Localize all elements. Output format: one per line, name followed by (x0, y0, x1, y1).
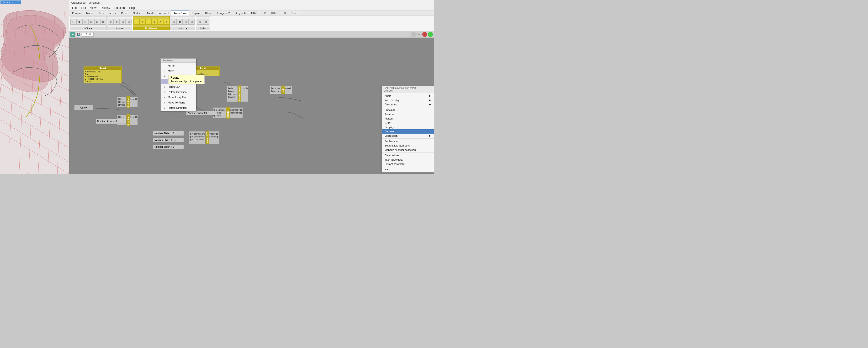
canvas-btn-sphere1[interactable]: ○ (411, 32, 416, 37)
ctx-angle[interactable]: Angle ▶ (382, 94, 434, 98)
ctx-extract-param[interactable]: Extract parameter (382, 162, 434, 166)
affine-icon-1[interactable]: ⬡ (70, 19, 76, 25)
tab-hbe[interactable]: HB-E (249, 10, 260, 16)
morph-icon-3[interactable]: ◎ (183, 19, 189, 25)
rotatedirection-icon: ↺ (162, 106, 166, 110)
ctx-reverse[interactable]: Reverse (382, 112, 434, 116)
ctx-principal[interactable]: Principal (382, 108, 434, 112)
viewport-dropdown-arrow[interactable]: ▼ (17, 1, 19, 3)
affine-icon-6[interactable]: ⊠ (100, 19, 106, 25)
ctx-simplify[interactable]: Simplify (382, 125, 434, 129)
ctx-set-multiple[interactable]: Set Multiple Numbers (382, 143, 434, 148)
morph-icon-1[interactable]: ⬡ (171, 19, 177, 25)
morph-icon-4[interactable]: ⊞ (189, 19, 194, 25)
tab-vector[interactable]: Vector (106, 10, 118, 16)
canvas-btn-sphere3[interactable]: ○ (422, 32, 427, 37)
morph-icon-2[interactable]: ⬢ (177, 19, 183, 25)
tab-kangaroo[interactable]: Kangaroo2 (215, 10, 232, 16)
number-slider-y[interactable]: Number Slider 10 ◇ (153, 138, 184, 142)
ctx-degrees[interactable]: Degrees (382, 129, 434, 134)
tab-mesh[interactable]: Mesh (145, 10, 156, 16)
array-icon-2[interactable]: ⊗ (114, 19, 120, 25)
tab-transform[interactable]: Transform (171, 10, 189, 16)
array-icon-3[interactable]: ⊞ (120, 19, 126, 25)
euclidean-icon-orient[interactable]: ⊕ (151, 19, 157, 25)
zoom-display[interactable]: 181% (82, 32, 94, 36)
euclidean-icon-6[interactable]: ⇧ (163, 19, 169, 25)
affine-icon-5[interactable]: ⊟ (94, 19, 100, 25)
util-label[interactable]: Util ▾ (196, 27, 210, 30)
menu-view[interactable]: View (88, 6, 98, 10)
euclidean-icon-rotate[interactable]: ↺ (140, 19, 145, 25)
array-label[interactable]: Array ▾ (107, 27, 132, 30)
menu-display[interactable]: Display (99, 6, 112, 10)
tab-rhino[interactable]: Rhino (203, 10, 214, 16)
affine-icon-2[interactable]: ⬢ (76, 19, 82, 25)
menu-move-away[interactable]: ↗ Move Away From (161, 95, 196, 100)
affine-label[interactable]: Affine ▾ (70, 27, 106, 30)
menu-help[interactable]: Help (127, 6, 137, 10)
number-slider-1[interactable]: Number Slider ◇ 1 (95, 119, 126, 124)
euclidean-icon-move[interactable]: → (133, 19, 139, 25)
canvas-btn-sphere2[interactable]: ○ (416, 32, 422, 37)
ctx-clear-values[interactable]: Clear values (382, 153, 434, 157)
number-slider-63[interactable]: Number Slider 63 ◇ (186, 111, 217, 115)
tab-curve[interactable]: Curve (119, 10, 130, 16)
curve-node[interactable]: Curve (74, 105, 93, 110)
tab-hbr[interactable]: HB-R (269, 10, 280, 16)
affine-icon-3[interactable]: ◎ (82, 19, 88, 25)
tab-params[interactable]: Params (70, 10, 84, 16)
tooltip-description: Rotate an object in a plane. (170, 80, 203, 83)
tab-hb[interactable]: HB (260, 10, 268, 16)
canvas-btn-sphere4[interactable]: ○ (428, 32, 433, 37)
menu-mirror[interactable]: ↔ Mirror (161, 63, 196, 68)
tab-sets[interactable]: Sets (96, 10, 106, 16)
number-slider-z[interactable]: Number Slider ◇ 0 (153, 144, 184, 149)
canvas-btn-save[interactable]: 💾 (76, 32, 81, 37)
ctx-expression[interactable]: Expression ▶ (382, 134, 434, 138)
loft-node[interactable]: Curves Options Loft Loft (270, 86, 292, 94)
viewport-panel: Perspective ▼ (0, 0, 69, 174)
array-icon-4[interactable]: ⊟ (126, 19, 131, 25)
vector-xyz-node[interactable]: X component Y component Z component Vect… (189, 131, 219, 144)
tab-surface[interactable]: Surface (131, 10, 145, 16)
euclidean-icon-mirror[interactable]: ↔ (145, 19, 151, 25)
menu-rotate3d[interactable]: ↺ Rotate 3D (161, 84, 196, 89)
ctx-help[interactable]: Help... (382, 167, 434, 172)
ctx-graft[interactable]: Graft (382, 121, 434, 125)
replace-items-node[interactable]: List Item Indices Wrap Replace (227, 86, 249, 102)
ctx-flatten[interactable]: Flatten (382, 116, 434, 121)
util-icon-1[interactable]: ⊕ (197, 19, 203, 25)
sliderz-value: 0 (173, 146, 175, 148)
menu-edit[interactable]: Edit (79, 6, 88, 10)
ctx-disconnect[interactable]: Disconnect ▶ (382, 102, 434, 107)
tab-intersect[interactable]: Intersect (156, 10, 171, 16)
euclidean-label[interactable]: Euclidean ▾ (133, 27, 169, 30)
tab-lb[interactable]: LB (280, 10, 288, 16)
menu-move-to-plane[interactable]: ▱ Move To Plane (161, 100, 196, 105)
tab-space[interactable]: Space (288, 10, 301, 16)
tab-display[interactable]: Display (189, 10, 203, 16)
ctx-set-number[interactable]: Set Number (382, 139, 434, 143)
array-icon-1[interactable]: ⊕ (108, 19, 114, 25)
util-icon-2[interactable]: ⊗ (203, 19, 209, 25)
ctx-wire-display[interactable]: Wire Display ▶ (382, 98, 434, 102)
list-port-list: List (118, 98, 126, 100)
panel-node-1[interactable]: Panel Referenced Pla... Curve 1 Referenc… (84, 66, 122, 83)
tab-maths[interactable]: Maths (84, 10, 96, 16)
ctx-manage-collection[interactable]: Manage Number collection (382, 148, 434, 152)
viewport-label[interactable]: Perspective ▼ (0, 0, 21, 4)
menu-file[interactable]: File (70, 6, 79, 10)
menu-move[interactable]: → Move (161, 68, 196, 74)
menu-solution[interactable]: Solution (113, 6, 126, 10)
ctx-internalise[interactable]: Internalise data (382, 157, 434, 162)
euclidean-icon-5[interactable]: ↗ (157, 19, 163, 25)
menu-rotate-dir[interactable]: ↺ Rotate Direction (161, 89, 196, 95)
affine-icon-4[interactable]: ⊞ (88, 19, 94, 25)
number-slider-x[interactable]: Number Slider ◇ 0 (153, 131, 184, 136)
morph-label[interactable]: Morph ▾ (170, 27, 195, 30)
tab-dragonfly[interactable]: Dragonfly (232, 10, 249, 16)
canvas-btn-color[interactable]: ■ (70, 32, 75, 37)
list-item-node-1[interactable]: List Index Wrap List Item Item (117, 96, 138, 108)
menu-rotate-direction[interactable]: ↺ Rotate Direction (161, 105, 196, 110)
